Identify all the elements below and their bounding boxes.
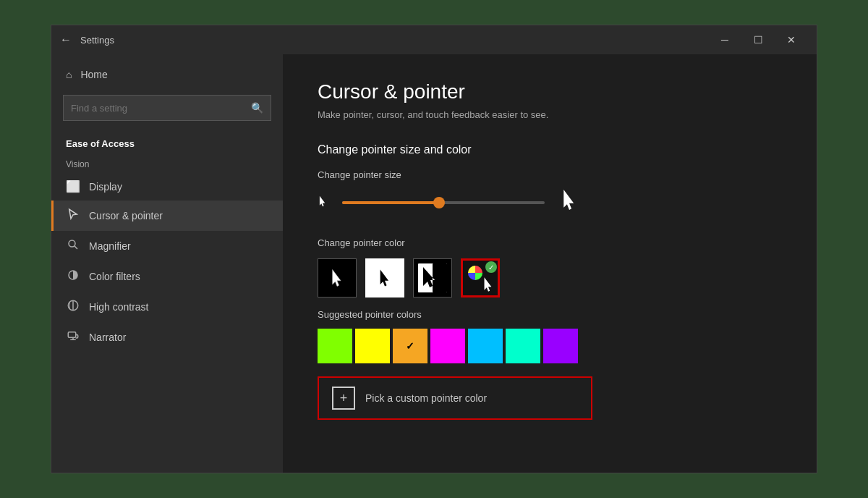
high-contrast-icon xyxy=(66,299,80,315)
swatch-orange[interactable]: ✓ xyxy=(393,329,427,363)
color-options-row: ✓ xyxy=(318,258,782,297)
sidebar-item-cursor-pointer[interactable]: Cursor & pointer xyxy=(51,201,283,231)
page-subtitle: Make pointer, cursor, and touch feedback… xyxy=(318,109,782,120)
sidebar-section-label: Ease of Access xyxy=(51,128,283,155)
custom-color-button[interactable]: + Pick a custom pointer color xyxy=(318,376,592,420)
suggested-label: Suggested pointer colors xyxy=(318,309,782,320)
swatch-check: ✓ xyxy=(406,340,414,352)
display-icon: ⬜ xyxy=(66,180,80,193)
sidebar: ⌂ Home 🔍 Ease of Access Vision ⬜ Display… xyxy=(51,54,283,473)
window-body: ⌂ Home 🔍 Ease of Access Vision ⬜ Display… xyxy=(51,54,817,473)
color-filters-icon xyxy=(66,269,80,284)
minimize-button[interactable]: ─ xyxy=(708,25,741,54)
settings-window: ← Settings ─ ☐ ✕ ⌂ Home 🔍 Ease of Access… xyxy=(51,25,817,473)
home-label: Home xyxy=(80,69,107,80)
titlebar: ← Settings ─ ☐ ✕ xyxy=(51,25,817,54)
plus-icon: + xyxy=(332,387,355,410)
main-content: Cursor & pointer Make pointer, cursor, a… xyxy=(283,54,817,473)
svg-line-1 xyxy=(75,246,77,249)
sidebar-vision-category: Vision xyxy=(51,155,283,172)
selected-badge: ✓ xyxy=(485,261,497,273)
search-icon[interactable]: 🔍 xyxy=(251,102,263,114)
search-box[interactable]: 🔍 xyxy=(63,95,271,121)
section-title-change: Change pointer size and color xyxy=(318,143,782,156)
sidebar-home[interactable]: ⌂ Home xyxy=(51,62,283,88)
slider-thumb[interactable] xyxy=(433,197,445,208)
swatch-yellow[interactable] xyxy=(355,329,390,363)
pointer-size-label: Change pointer size xyxy=(318,169,782,180)
svg-rect-10 xyxy=(433,263,448,293)
narrator-icon xyxy=(66,329,80,345)
pointer-size-slider[interactable] xyxy=(342,201,545,204)
sidebar-label-color-filters: Color filters xyxy=(89,271,140,282)
search-input[interactable] xyxy=(71,103,251,114)
titlebar-title: Settings xyxy=(80,35,708,46)
swatch-purple[interactable] xyxy=(543,329,578,363)
swatch-cyan[interactable] xyxy=(506,329,540,363)
sidebar-label-cursor: Cursor & pointer xyxy=(89,210,163,221)
sidebar-label-magnifier: Magnifier xyxy=(89,240,131,252)
sidebar-item-magnifier[interactable]: Magnifier xyxy=(51,231,283,261)
home-icon: ⌂ xyxy=(66,69,72,80)
sidebar-item-color-filters[interactable]: Color filters xyxy=(51,261,283,292)
svg-rect-5 xyxy=(68,332,76,338)
sidebar-label-high-contrast: High contrast xyxy=(89,301,148,313)
page-title: Cursor & pointer xyxy=(318,80,782,104)
pointer-size-slider-row xyxy=(318,187,782,217)
sidebar-label-narrator: Narrator xyxy=(89,332,126,343)
sidebar-item-high-contrast[interactable]: High contrast xyxy=(51,292,283,322)
swatch-green[interactable] xyxy=(318,329,352,363)
inverted-cursor-option[interactable] xyxy=(413,258,452,297)
magnifier-icon xyxy=(66,238,80,254)
cursor-icon xyxy=(66,208,80,224)
swatch-blue[interactable] xyxy=(468,329,503,363)
swatch-magenta[interactable] xyxy=(430,329,465,363)
custom-cursor-option[interactable]: ✓ xyxy=(461,258,500,297)
back-button[interactable]: ← xyxy=(60,33,72,46)
window-controls: ─ ☐ ✕ xyxy=(708,25,808,54)
cursor-large-icon xyxy=(559,187,579,217)
pointer-color-label: Change pointer color xyxy=(318,237,782,248)
sidebar-item-display[interactable]: ⬜ Display xyxy=(51,172,283,201)
color-swatches: ✓ xyxy=(318,329,782,363)
slider-fill xyxy=(342,201,439,204)
sidebar-item-narrator[interactable]: Narrator xyxy=(51,322,283,353)
sidebar-label-display: Display xyxy=(89,181,122,193)
custom-color-label: Pick a custom pointer color xyxy=(365,392,487,404)
black-cursor-option[interactable] xyxy=(365,258,404,297)
cursor-small-icon xyxy=(318,195,328,211)
svg-point-0 xyxy=(69,240,75,247)
close-button[interactable]: ✕ xyxy=(775,25,808,54)
maximize-button[interactable]: ☐ xyxy=(741,25,775,54)
white-cursor-option[interactable] xyxy=(318,258,357,297)
